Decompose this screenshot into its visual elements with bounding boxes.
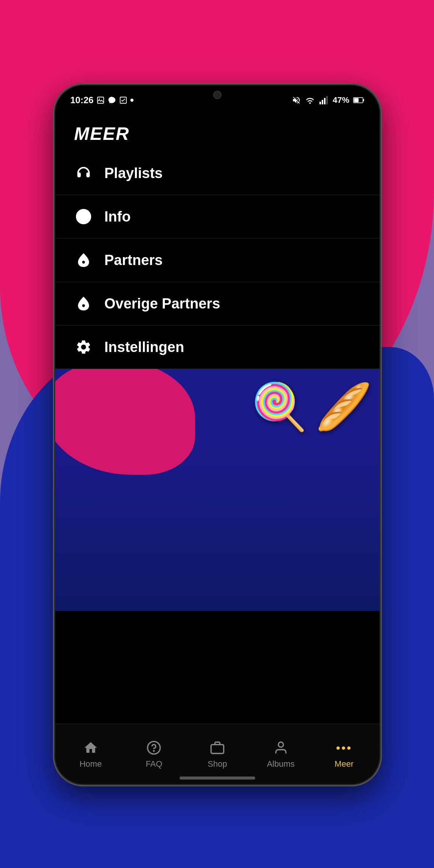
home-icon — [82, 739, 99, 756]
time-display: 10:26 — [70, 95, 93, 105]
faq-icon — [146, 739, 163, 756]
meer-dots: ••• — [336, 742, 352, 754]
svg-rect-6 — [326, 96, 328, 104]
battery-icon — [353, 96, 364, 104]
albums-icon — [272, 739, 289, 756]
phone-inner: 10:26 47% — [55, 85, 380, 784]
meer-dots-icon: ••• — [336, 739, 353, 756]
nav-item-faq[interactable]: FAQ — [122, 735, 186, 773]
bottom-nav: Home FAQ — [55, 724, 380, 784]
home-indicator — [180, 777, 255, 780]
gallery-icon — [96, 96, 105, 104]
nav-label-faq: FAQ — [146, 759, 162, 769]
nav-label-home: Home — [79, 759, 102, 769]
nav-item-home[interactable]: Home — [59, 735, 122, 773]
battery-display: 47% — [333, 95, 349, 105]
gear-icon — [74, 338, 93, 356]
art-area: 🍭 🥖 — [55, 369, 380, 611]
headphones-icon — [74, 164, 93, 183]
info-icon — [74, 207, 93, 226]
message-icon — [108, 96, 116, 104]
art-items: 🍭 🥖 — [251, 380, 372, 434]
page-title: MEER — [74, 123, 364, 144]
art-pink-blob — [55, 369, 195, 475]
svg-rect-3 — [319, 102, 321, 104]
menu-item-overige-partners[interactable]: Overige Partners — [55, 282, 380, 326]
phone-frame: 10:26 47% — [53, 83, 382, 786]
svg-point-16 — [278, 742, 283, 747]
menu-label-partners: Partners — [104, 252, 163, 268]
menu-list: Playlists Info — [55, 152, 380, 369]
art-food-1: 🍭 — [251, 380, 308, 434]
status-left: 10:26 — [70, 95, 133, 105]
check-icon — [119, 96, 127, 104]
mute-icon — [292, 96, 301, 105]
svg-rect-9 — [354, 98, 359, 102]
nav-item-meer[interactable]: ••• Meer — [312, 735, 376, 773]
notification-dot — [130, 99, 133, 102]
svg-point-14 — [154, 750, 155, 751]
menu-label-overige-partners: Overige Partners — [104, 296, 220, 312]
menu-label-instellingen: Instellingen — [104, 339, 184, 355]
menu-item-playlists[interactable]: Playlists — [55, 152, 380, 195]
svg-rect-4 — [322, 100, 323, 104]
menu-label-info: Info — [104, 209, 131, 225]
wifi-icon — [305, 96, 315, 105]
menu-item-partners[interactable]: Partners — [55, 239, 380, 282]
nav-label-meer: Meer — [335, 759, 353, 769]
signal-icon — [319, 96, 329, 105]
art-food-2: 🥖 — [315, 380, 372, 434]
svg-point-1 — [99, 98, 100, 99]
page-title-area: MEER — [55, 112, 380, 152]
svg-rect-5 — [324, 98, 326, 104]
svg-rect-15 — [211, 744, 223, 753]
nav-item-shop[interactable]: Shop — [186, 735, 249, 773]
nav-label-shop: Shop — [208, 759, 227, 769]
svg-rect-8 — [363, 99, 364, 101]
menu-item-info[interactable]: Info — [55, 195, 380, 239]
rocket-icon-partners — [74, 251, 93, 270]
nav-label-albums: Albums — [267, 759, 294, 769]
camera-notch — [213, 91, 222, 99]
rocket-icon-overige — [74, 294, 93, 313]
status-right: 47% — [292, 95, 364, 105]
shop-icon — [209, 739, 226, 756]
nav-item-albums[interactable]: Albums — [249, 735, 313, 773]
menu-label-playlists: Playlists — [104, 165, 163, 181]
menu-item-instellingen[interactable]: Instellingen — [55, 326, 380, 369]
